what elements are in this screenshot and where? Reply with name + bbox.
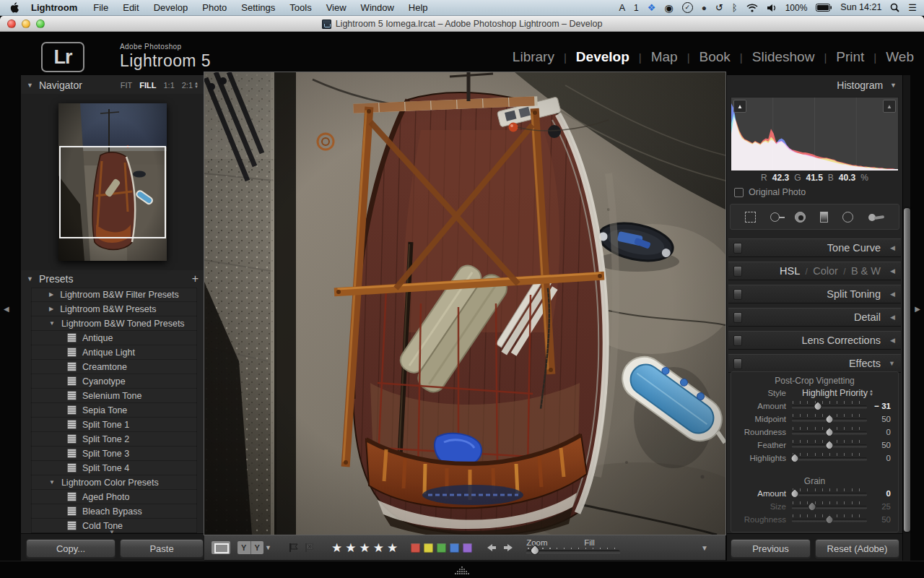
expand-section-icon[interactable]: ◀ [890,267,895,275]
expand-section-icon[interactable]: ◀ [890,244,895,251]
nav-zoom-2-1[interactable]: 2:1 [182,81,193,90]
section-part-b-w[interactable]: B & W [851,265,881,277]
crop-overlay-icon[interactable] [745,212,756,223]
module-web[interactable]: Web [886,49,914,65]
expand-section-icon[interactable]: ◀ [890,337,895,344]
section-effects[interactable]: Effects▼ [728,354,901,373]
battery-icon[interactable] [816,4,832,12]
preset-split-tone-2[interactable]: Split Tone 2 [31,432,197,447]
preset-aged-photo[interactable]: Aged Photo [31,490,197,504]
preset-folder-lightroom-b-w-presets[interactable]: ▶Lightroom B&W Presets [31,302,197,316]
star-icon[interactable]: ★ [345,541,359,555]
color-label-chip-1[interactable] [424,543,433,553]
section-lens-corrections[interactable]: Lens Corrections◀ [728,331,901,350]
original-photo-checkbox[interactable] [734,188,744,197]
slider-track[interactable] [792,440,867,450]
menu-develop[interactable]: Develop [147,0,196,16]
preset-bleach-bypass[interactable]: Bleach Bypass [31,504,197,519]
graduated-filter-icon[interactable] [820,212,828,223]
preset-sepia-tone[interactable]: Sepia Tone [31,403,197,418]
left-panel-collapse-arrow[interactable]: ◀ [4,305,9,313]
star-icon[interactable]: ★ [331,541,345,555]
module-library[interactable]: Library [513,49,554,65]
apple-menu-icon[interactable] [7,2,24,13]
style-stepper-icon[interactable]: ▲▼ [869,389,873,397]
expand-folder-icon[interactable]: ▶ [49,291,53,298]
slider-track[interactable] [792,414,867,424]
before-after-dropdown-icon[interactable]: ▼ [265,544,271,551]
slider-track[interactable] [792,401,867,411]
volume-icon[interactable] [767,4,777,12]
histogram-header[interactable]: Histogram ▼ [727,77,902,94]
module-map[interactable]: Map [651,49,678,65]
preset-folder-lightroom-b-w-filter-presets[interactable]: ▶Lightroom B&W Filter Presets [31,288,197,302]
section-split-toning[interactable]: Split Toning◀ [728,285,901,303]
toolbar-options-chevron-icon[interactable]: ▼ [701,544,718,552]
module-develop[interactable]: Develop [576,49,629,65]
dropbox-icon[interactable]: ❖ [648,3,656,12]
star-rating[interactable]: ★★★★★ [331,540,401,556]
red-eye-correction-icon[interactable] [795,212,806,223]
section-enable-toggle[interactable] [733,243,742,254]
star-icon[interactable]: ★ [359,541,372,555]
nav-zoom-fit[interactable]: FIT [121,81,133,90]
right-panel-scrollbar[interactable] [904,208,910,532]
before-after-view-icon[interactable]: YY [237,541,263,554]
pick-flag-icon[interactable] [289,543,300,553]
section-enable-toggle[interactable] [733,358,742,369]
menu-window[interactable]: Window [354,0,401,16]
nav-zoom-fill[interactable]: FILL [139,81,156,90]
expand-section-icon[interactable]: ◀ [890,290,895,298]
reset-button[interactable]: Reset (Adobe) [815,539,899,558]
check-circle-icon[interactable]: ✓ [682,2,693,13]
time-machine-icon[interactable]: ↺ [715,3,723,12]
menu-edit[interactable]: Edit [116,0,146,16]
menu-tools[interactable]: Tools [282,0,318,16]
preset-antique-light[interactable]: Antique Light [31,345,197,360]
collapse-folder-icon[interactable]: ▼ [49,320,55,327]
menu-file[interactable]: File [86,0,116,16]
zoom-slider-track[interactable] [526,550,620,554]
color-label-chip-4[interactable] [463,543,472,553]
slider-track[interactable] [792,514,867,525]
wifi-icon[interactable] [746,4,758,12]
menu-app[interactable]: Lightroom [24,0,86,16]
spot-removal-icon[interactable] [770,212,780,222]
section-enable-toggle[interactable] [733,266,742,277]
navigator-thumbnail[interactable] [58,103,167,261]
menu-photo[interactable]: Photo [195,0,234,16]
color-label-chip-3[interactable] [450,543,459,553]
notification-center-icon[interactable]: ☰ [908,3,917,12]
clock[interactable]: Sun 14:21 [840,3,881,12]
section-part-color[interactable]: Color [813,265,838,277]
previous-button[interactable]: Previous [731,539,811,558]
collapse-folder-icon[interactable]: ▼ [49,479,55,486]
loupe-view-icon[interactable] [212,541,230,554]
preset-split-tone-4[interactable]: Split Tone 4 [31,461,197,475]
bluetooth-icon[interactable]: ᛒ [732,3,738,12]
section-detail[interactable]: Detail◀ [728,308,901,327]
preset-cyanotype[interactable]: Cyanotype [31,374,197,389]
reject-flag-icon[interactable] [305,543,315,553]
preset-selenium-tone[interactable]: Selenium Tone [31,389,197,403]
navigator-preview[interactable] [21,94,204,270]
section-hsl[interactable]: HSL / Color / B & W◀ [728,262,901,280]
adjustment-brush-icon[interactable] [868,212,884,223]
menu-view[interactable]: View [319,0,354,16]
previous-photo-arrow-icon[interactable] [485,543,497,552]
module-slideshow[interactable]: Slideshow [752,49,815,65]
adobe-updater-icon[interactable]: A [619,3,625,12]
section-enable-toggle[interactable] [733,335,742,346]
module-book[interactable]: Book [699,49,731,65]
nav-zoom-1-1[interactable]: 1:1 [163,81,174,90]
section-tone-curve[interactable]: Tone Curve◀ [728,238,901,257]
star-icon[interactable]: ★ [373,541,387,555]
expand-folder-icon[interactable]: ▶ [49,306,53,312]
filmstrip-reveal-icon[interactable] [453,566,471,574]
histogram-plot[interactable]: ▲ ▲ [731,97,899,171]
presets-header[interactable]: ▼ Presets + [21,270,204,288]
preset-antique[interactable]: Antique [31,331,197,345]
copy-button[interactable]: Copy... [26,539,116,558]
slider-track[interactable] [792,501,867,512]
color-label-chip-0[interactable] [411,543,420,553]
